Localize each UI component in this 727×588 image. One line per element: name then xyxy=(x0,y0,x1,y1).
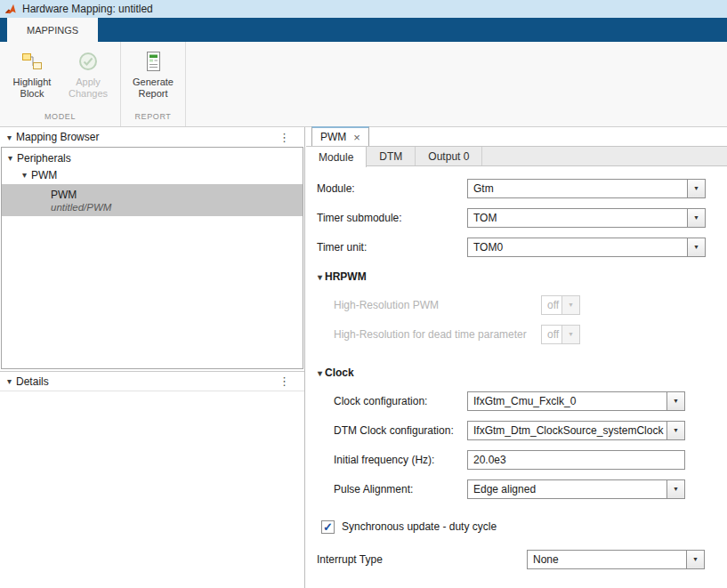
tab-dtm[interactable]: DTM xyxy=(367,147,416,165)
ribbon-tabbar: MAPPINGS xyxy=(0,18,727,42)
toolstrip-group-label-model: MODEL xyxy=(0,112,120,126)
toolstrip-group-report: Generate Report REPORT xyxy=(121,42,186,126)
apply-changes-label: Apply Changes xyxy=(69,77,108,100)
tab-mappings[interactable]: MAPPINGS xyxy=(7,18,98,42)
hrpwm-section-header[interactable]: ▾ HRPWM xyxy=(306,263,727,290)
sync-update-checkbox[interactable]: ✓ xyxy=(321,520,335,534)
generate-report-label: Generate Report xyxy=(133,77,174,100)
hrpwm-section-title: HRPWM xyxy=(325,270,367,283)
form-row-initial-frequency: Initial frequency (Hz): xyxy=(306,445,727,474)
mapping-browser-panel: ▾ Mapping Browser ⋮ ▾ Peripherals ▾ PWM … xyxy=(0,127,305,588)
form-row-hr-pwm: High-Resolution PWM off ▼ xyxy=(306,290,727,319)
hr-pwm-dropdown-value: off xyxy=(542,296,561,314)
form-row-clock-config: Clock configuration: IfxGtm_Cmu_Fxclk_0 … xyxy=(306,386,727,415)
mapping-browser-header: ▾ Mapping Browser ⋮ xyxy=(0,127,304,147)
details-title: Details xyxy=(16,375,49,388)
timer-unit-dropdown[interactable]: TOM0 ▼ xyxy=(467,238,706,257)
timer-unit-dropdown-value: TOM0 xyxy=(468,238,687,256)
hr-pwm-label: High-Resolution PWM xyxy=(334,299,439,311)
dtm-clock-config-dropdown[interactable]: IfxGtm_Dtm_ClockSource_systemClock ▼ xyxy=(467,421,685,440)
pulse-alignment-dropdown[interactable]: Edge aligned ▼ xyxy=(467,479,685,499)
doc-tab-pwm[interactable]: PWM × xyxy=(311,126,369,146)
editor-panel: PWM × Module DTM Output 0 Module: Gtm ▼ … xyxy=(306,127,727,588)
dropdown-arrow-icon: ▼ xyxy=(561,296,579,314)
section-expander-icon[interactable]: ▾ xyxy=(318,272,322,282)
clock-config-dropdown[interactable]: IfxGtm_Cmu_Fxclk_0 ▼ xyxy=(467,391,685,411)
pulse-alignment-dropdown-value: Edge aligned xyxy=(468,480,666,498)
window-title: Hardware Mapping: untitled xyxy=(22,3,153,15)
clock-config-dropdown-value: IfxGtm_Cmu_Fxclk_0 xyxy=(468,392,666,410)
sub-tabbar: Module DTM Output 0 xyxy=(306,147,727,166)
form-row-timer-unit: Timer unit: TOM0 ▼ xyxy=(306,232,727,262)
toolstrip: Highlight Block Apply Changes MODEL xyxy=(0,42,727,127)
timer-submodule-dropdown[interactable]: TOM ▼ xyxy=(467,208,706,228)
tab-output-0[interactable]: Output 0 xyxy=(416,147,482,165)
matlab-logo-icon xyxy=(4,3,17,15)
tree-label: PWM xyxy=(51,189,303,201)
hr-deadtime-label: High-Resolution for dead time parameter xyxy=(334,328,527,341)
tree-label: Peripherals xyxy=(17,152,71,165)
module-dropdown-value: Gtm xyxy=(468,180,687,197)
section-expander-icon[interactable]: ▾ xyxy=(318,368,322,378)
initial-frequency-input[interactable] xyxy=(467,450,685,470)
panel-menu-icon[interactable]: ⋮ xyxy=(271,131,297,144)
tree-label: PWM xyxy=(31,169,57,181)
collapse-icon[interactable]: ▾ xyxy=(7,133,12,142)
dropdown-arrow-icon[interactable]: ▼ xyxy=(666,480,684,498)
collapse-icon[interactable]: ▾ xyxy=(7,376,12,386)
dropdown-arrow-icon[interactable]: ▼ xyxy=(666,392,684,410)
tab-module[interactable]: Module xyxy=(306,147,367,167)
expander-icon[interactable]: ▾ xyxy=(8,153,12,163)
expander-icon[interactable]: ▾ xyxy=(22,170,27,180)
sync-update-label: Synchronous update - duty cycle xyxy=(342,520,497,533)
dropdown-arrow-icon[interactable]: ▼ xyxy=(687,180,705,197)
generate-report-button[interactable]: Generate Report xyxy=(127,46,179,112)
hr-pwm-dropdown: off ▼ xyxy=(541,295,580,315)
apply-changes-icon xyxy=(76,49,101,74)
tree-item-pwm-group[interactable]: ▾ PWM xyxy=(2,166,303,183)
hr-deadtime-dropdown: off ▼ xyxy=(541,325,580,344)
close-tab-icon[interactable]: × xyxy=(353,132,360,143)
clock-section-title: Clock xyxy=(325,366,354,379)
toolstrip-group-label-report: REPORT xyxy=(121,112,185,126)
dropdown-arrow-icon[interactable]: ▼ xyxy=(687,238,705,256)
module-label: Module: xyxy=(317,182,355,195)
form-row-pulse-alignment: Pulse Alignment: Edge aligned ▼ xyxy=(306,474,727,503)
clock-config-label: Clock configuration: xyxy=(334,395,427,407)
hr-deadtime-dropdown-value: off xyxy=(542,326,561,343)
panel-menu-icon[interactable]: ⋮ xyxy=(271,375,297,388)
clock-section-header[interactable]: ▾ Clock xyxy=(306,359,727,386)
form-row-timer-submodule: Timer submodule: TOM ▼ xyxy=(306,203,727,232)
details-header: ▾ Details ⋮ xyxy=(0,371,304,391)
interrupt-type-label: Interrupt Type xyxy=(317,553,383,566)
highlight-block-icon xyxy=(20,49,44,74)
dropdown-arrow-icon[interactable]: ▼ xyxy=(686,551,704,568)
toolstrip-group-model: Highlight Block Apply Changes MODEL xyxy=(0,42,121,126)
apply-changes-button[interactable]: Apply Changes xyxy=(62,46,114,112)
form-row-dtm-clock-config: DTM Clock configuration: IfxGtm_Dtm_Cloc… xyxy=(306,415,727,445)
dropdown-arrow-icon[interactable]: ▼ xyxy=(687,209,705,227)
document-tabbar: PWM × xyxy=(306,127,727,147)
timer-submodule-label: Timer submodule: xyxy=(317,212,402,224)
peripheral-tree: ▾ Peripherals ▾ PWM PWM untitled/PWM xyxy=(1,147,303,369)
dtm-clock-config-label: DTM Clock configuration: xyxy=(334,424,454,437)
dropdown-arrow-icon: ▼ xyxy=(561,326,579,343)
pulse-alignment-label: Pulse Alignment: xyxy=(334,483,413,495)
dtm-clock-config-dropdown-value: IfxGtm_Dtm_ClockSource_systemClock xyxy=(468,422,666,439)
form-row-module: Module: Gtm ▼ xyxy=(306,173,727,203)
tree-item-pwm-block-selected[interactable]: PWM untitled/PWM xyxy=(2,184,303,216)
initial-frequency-label: Initial frequency (Hz): xyxy=(334,454,434,466)
generate-report-icon xyxy=(141,49,166,74)
form-row-interrupt-type: Interrupt Type None ▼ xyxy=(306,544,727,574)
highlight-block-button[interactable]: Highlight Block xyxy=(6,46,58,112)
mapping-browser-title: Mapping Browser xyxy=(16,131,99,143)
dropdown-arrow-icon[interactable]: ▼ xyxy=(666,422,684,439)
interrupt-type-dropdown[interactable]: None ▼ xyxy=(527,550,705,569)
module-form: Module: Gtm ▼ Timer submodule: TOM ▼ Tim… xyxy=(306,166,727,588)
tree-item-peripherals[interactable]: ▾ Peripherals xyxy=(2,149,303,166)
timer-unit-label: Timer unit: xyxy=(317,241,367,254)
form-row-sync-update: ✓ Synchronous update - duty cycle xyxy=(306,516,727,537)
check-icon: ✓ xyxy=(323,521,333,533)
interrupt-type-dropdown-value: None xyxy=(528,551,686,568)
module-dropdown[interactable]: Gtm ▼ xyxy=(467,179,706,198)
